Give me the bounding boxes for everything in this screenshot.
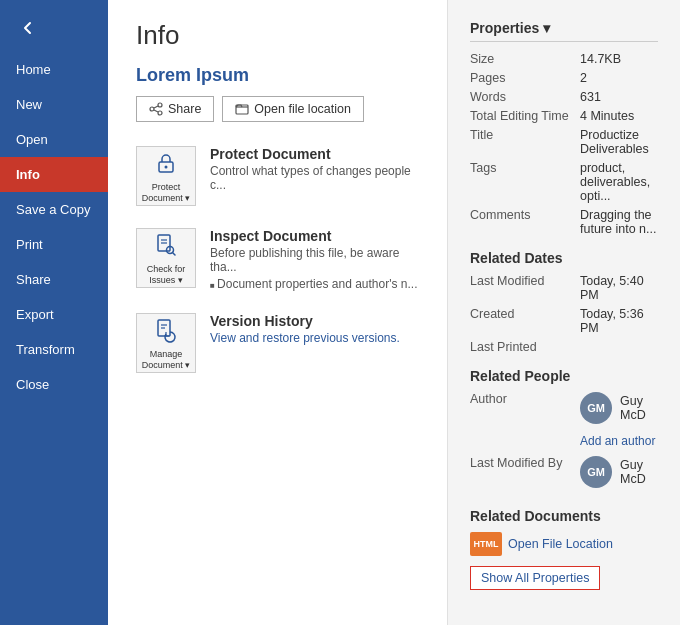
action-buttons: Share Open file location: [136, 96, 419, 122]
sidebar-item-home[interactable]: Home: [0, 52, 108, 87]
related-dates-title: Related Dates: [470, 250, 658, 266]
inspect-document-section: Check forIssues ▾ Inspect Document Befor…: [136, 228, 419, 291]
history-document-icon: [152, 316, 180, 344]
sidebar-item-print[interactable]: Print: [0, 227, 108, 262]
prop-row-last-printed: Last Printed: [470, 340, 658, 354]
modifier-name: Guy McD: [620, 458, 658, 486]
properties-title[interactable]: Properties ▾: [470, 20, 658, 42]
document-title: Lorem Ipsum: [136, 65, 419, 86]
prop-row-words: Words 631: [470, 90, 658, 104]
related-documents-title: Related Documents: [470, 508, 658, 524]
protect-document-text: Protect Document Control what types of c…: [210, 146, 419, 192]
prop-row-tags: Tags product, deliverables, opti...: [470, 161, 658, 203]
inspect-document-icon-box[interactable]: Check forIssues ▾: [136, 228, 196, 288]
show-all-properties-button[interactable]: Show All Properties: [470, 564, 658, 590]
related-dates-list: Last Modified Today, 5:40 PM Created Tod…: [470, 274, 658, 354]
share-icon: [149, 102, 163, 116]
left-panel: Info Lorem Ipsum Share Open file locatio…: [108, 0, 448, 625]
sidebar-item-info[interactable]: Info: [0, 157, 108, 192]
prop-row-pages: Pages 2: [470, 71, 658, 85]
prop-row-size: Size 14.7KB: [470, 52, 658, 66]
prop-row-comments: Comments Dragging the future into n...: [470, 208, 658, 236]
related-doc-row: HTML Open File Location: [470, 532, 658, 556]
prop-row-editing-time: Total Editing Time 4 Minutes: [470, 109, 658, 123]
version-history-text: Version History View and restore previou…: [210, 313, 419, 345]
search-document-icon: [152, 231, 180, 259]
html-icon: HTML: [470, 532, 502, 556]
modifier-avatar: GM: [580, 456, 612, 488]
svg-point-0: [158, 103, 162, 107]
sidebar-item-close[interactable]: Close: [0, 367, 108, 402]
author-name: Guy McD: [620, 394, 658, 422]
svg-line-3: [154, 106, 158, 108]
modifier-row: Last Modified By GM Guy McD: [470, 456, 658, 494]
svg-line-4: [154, 110, 158, 112]
svg-line-12: [173, 252, 176, 255]
author-row: Author GM Guy McD Add an author: [470, 392, 658, 448]
sidebar-item-share[interactable]: Share: [0, 262, 108, 297]
lock-icon: [152, 149, 180, 177]
prop-row-last-modified: Last Modified Today, 5:40 PM: [470, 274, 658, 302]
prop-row-title: Title Productize Deliverables: [470, 128, 658, 156]
folder-icon: [235, 102, 249, 116]
main-content: Info Lorem Ipsum Share Open file locatio…: [108, 0, 680, 625]
sidebar: Home New Open Info Save a Copy Print Sha…: [0, 0, 108, 625]
sidebar-item-open[interactable]: Open: [0, 122, 108, 157]
sidebar-item-new[interactable]: New: [0, 87, 108, 122]
open-file-location-button[interactable]: Open file location: [222, 96, 364, 122]
svg-point-2: [150, 107, 154, 111]
page-title: Info: [136, 20, 419, 51]
author-avatar: GM: [580, 392, 612, 424]
svg-point-1: [158, 111, 162, 115]
properties-list: Size 14.7KB Pages 2 Words 631 Total Edit…: [470, 52, 658, 236]
right-panel: Properties ▾ Size 14.7KB Pages 2 Words 6…: [448, 0, 680, 625]
view-restore-link[interactable]: View and restore previous versions.: [210, 331, 400, 345]
inspect-document-text: Inspect Document Before publishing this …: [210, 228, 419, 291]
share-button[interactable]: Share: [136, 96, 214, 122]
protect-document-icon-box[interactable]: ProtectDocument ▾: [136, 146, 196, 206]
prop-row-created: Created Today, 5:36 PM: [470, 307, 658, 335]
sidebar-item-export[interactable]: Export: [0, 297, 108, 332]
sidebar-item-save-copy[interactable]: Save a Copy: [0, 192, 108, 227]
open-file-link[interactable]: Open File Location: [508, 537, 613, 551]
related-people-title: Related People: [470, 368, 658, 384]
sidebar-item-transform[interactable]: Transform: [0, 332, 108, 367]
back-button[interactable]: [8, 8, 48, 48]
version-history-section: ManageDocument ▾ Version History View an…: [136, 313, 419, 373]
modifier-person-row: GM Guy McD: [580, 456, 658, 488]
version-history-icon-box[interactable]: ManageDocument ▾: [136, 313, 196, 373]
protect-document-section: ProtectDocument ▾ Protect Document Contr…: [136, 146, 419, 206]
svg-point-7: [165, 165, 168, 168]
related-people-list: Author GM Guy McD Add an author Last Mod…: [470, 392, 658, 494]
add-author-link[interactable]: Add an author: [580, 434, 658, 448]
author-person-row: GM Guy McD: [580, 392, 658, 424]
